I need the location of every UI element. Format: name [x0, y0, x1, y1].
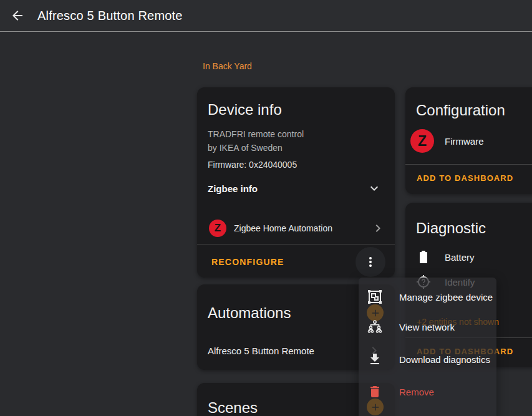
menu-item-manage-zigbee-device[interactable]: Manage zigbee device — [359, 282, 496, 312]
device-page: Alfresco 5 Button Remote In Back Yard De… — [0, 0, 532, 416]
device-menu-button[interactable] — [355, 247, 385, 277]
page-title: Alfresco 5 Button Remote — [37, 9, 183, 23]
dots-vertical-icon — [363, 254, 378, 269]
automation-name: Alfresco 5 Button Remote — [208, 346, 314, 356]
device-context-menu: Manage zigbee device View network Downlo… — [359, 278, 496, 416]
back-button[interactable] — [5, 3, 30, 28]
diagnostic-title: Diagnostic — [416, 220, 486, 237]
menu-item-label: View network — [399, 322, 455, 332]
configuration-title: Configuration — [416, 102, 505, 119]
menu-item-label: Download diagnostics — [399, 354, 490, 365]
configuration-card: Configuration Z Firmware ADD TO DASHBOAR… — [405, 87, 532, 194]
menu-item-view-network[interactable]: View network — [359, 312, 496, 342]
zigbee-info-label: Zigbee info — [208, 183, 258, 194]
integration-row[interactable]: Z Zigbee Home Automation — [197, 216, 395, 241]
menu-item-remove[interactable]: Remove — [359, 377, 496, 407]
chevron-down-icon — [367, 181, 382, 196]
divider — [405, 164, 532, 165]
menu-item-label: Remove — [399, 387, 434, 397]
device-firmware: Firmware: 0x24040005 — [208, 160, 297, 170]
device-model: TRADFRI remote control — [208, 129, 304, 139]
divider — [197, 244, 395, 244]
arrow-left-icon — [10, 8, 25, 23]
battery-icon — [416, 249, 431, 264]
zha-logo-icon: Z — [410, 129, 434, 153]
zigbee-info-expander[interactable]: Zigbee info — [208, 180, 384, 197]
delete-icon — [367, 384, 382, 399]
device-info-card: Device info TRADFRI remote control by IK… — [197, 87, 395, 278]
menu-item-download-diagnostics[interactable]: Download diagnostics — [359, 344, 496, 374]
menu-item-label: Manage zigbee device — [399, 292, 493, 302]
add-to-dashboard-button[interactable]: ADD TO DASHBOARD — [417, 173, 513, 183]
zha-logo-icon: Z — [209, 220, 226, 237]
family-tree-icon — [367, 319, 382, 334]
entity-name: Battery — [445, 252, 475, 263]
reconfigure-button[interactable]: RECONFIGURE — [211, 257, 284, 267]
device-info-title: Device info — [208, 101, 282, 119]
entity-name: Firmware — [445, 136, 484, 147]
automations-title: Automations — [208, 304, 291, 322]
device-manufacturer: by IKEA of Sweden — [208, 143, 283, 153]
chevron-right-icon — [370, 221, 385, 236]
integration-name: Zigbee Home Automation — [234, 223, 332, 233]
group-icon — [367, 289, 382, 304]
scenes-title: Scenes — [208, 399, 258, 416]
app-header: Alfresco 5 Button Remote — [0, 0, 532, 32]
area-link[interactable]: In Back Yard — [203, 61, 252, 71]
download-icon — [367, 352, 382, 367]
